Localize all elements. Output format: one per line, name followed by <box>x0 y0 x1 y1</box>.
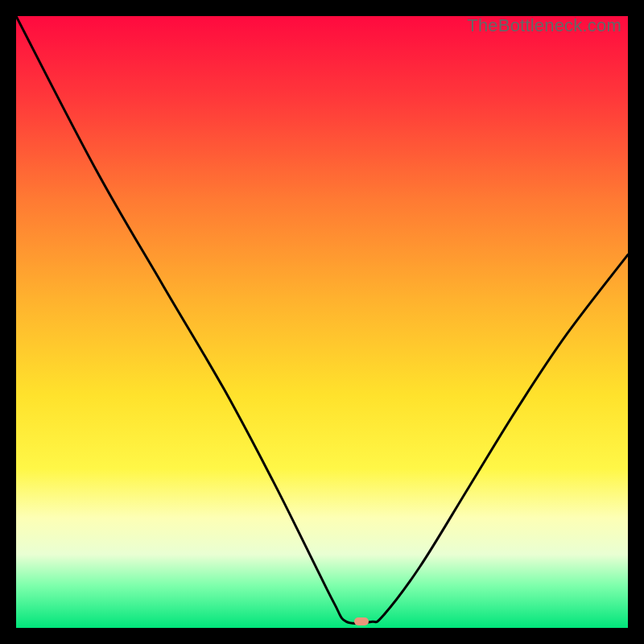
curve-layer <box>16 16 628 628</box>
chart-stage: TheBottleneck.com <box>0 0 644 644</box>
plot-area: TheBottleneck.com <box>16 16 628 628</box>
optimal-marker <box>354 617 369 625</box>
watermark-text: TheBottleneck.com <box>467 16 621 36</box>
bottleneck-curve <box>16 16 628 624</box>
